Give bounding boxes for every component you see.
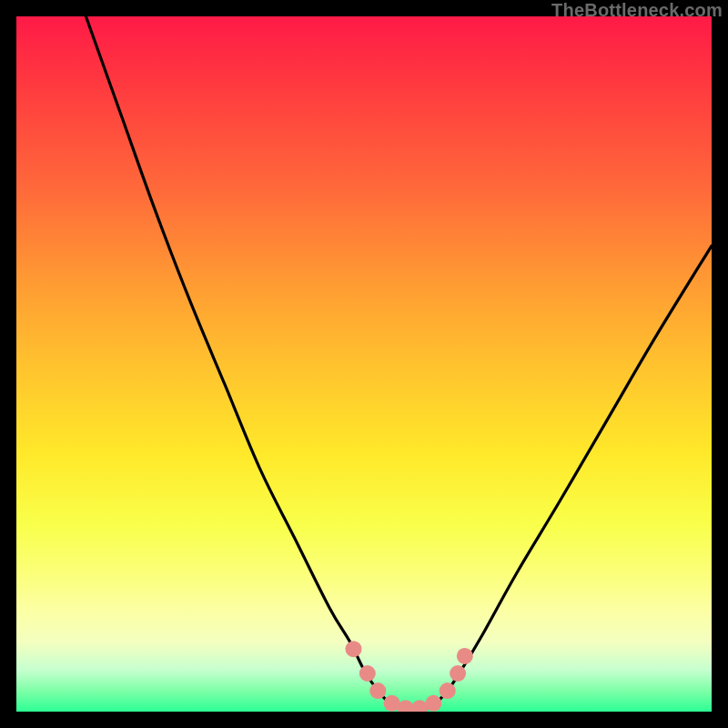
marker-group — [346, 641, 473, 712]
outer-frame: TheBottleneck.com — [0, 0, 728, 728]
marker-dot — [457, 648, 473, 664]
marker-dot — [369, 682, 386, 699]
marker-dot — [359, 665, 376, 682]
watermark-text: TheBottleneck.com — [551, 0, 723, 21]
plot-area — [16, 16, 712, 712]
marker-dot — [450, 665, 466, 682]
marker-dot — [425, 695, 441, 712]
curve-layer — [16, 16, 712, 712]
marker-dot — [398, 700, 414, 712]
bottleneck-curve — [16, 16, 712, 710]
marker-dot — [411, 700, 428, 712]
marker-dot — [346, 641, 362, 657]
marker-dot — [440, 682, 456, 699]
curve-path — [16, 16, 712, 710]
